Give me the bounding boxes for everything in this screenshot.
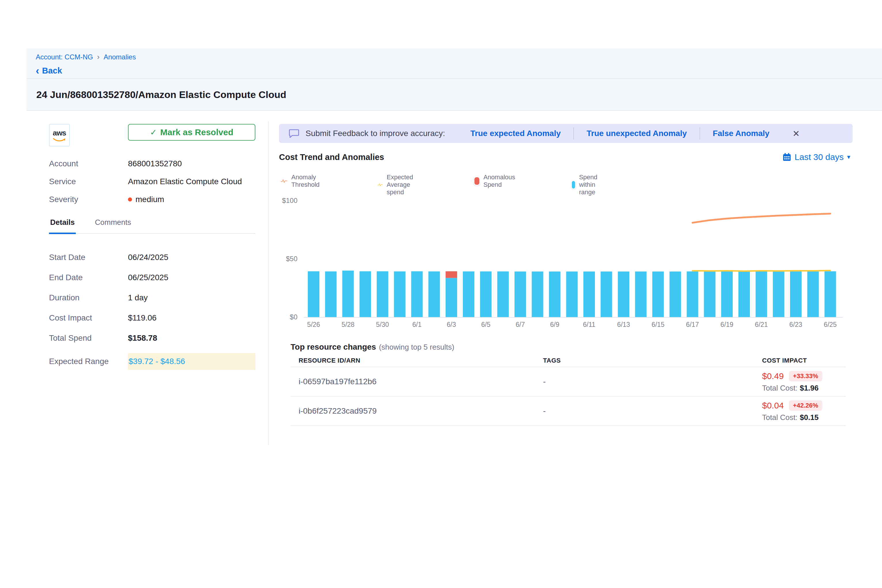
x-tick-6/11: 6/11 (583, 321, 595, 328)
cost-impact-value: $119.06 (128, 313, 156, 322)
bar-6/12[interactable] (601, 272, 612, 317)
detail-start-date: Start Date 06/24/2025 (49, 252, 255, 262)
resource-cost-impact: $0.04 +42.26% Total Cost:$0.15 (762, 400, 846, 422)
aws-logo-text: aws (53, 129, 66, 138)
x-tick-6/25: 6/25 (824, 321, 837, 328)
bar-6/7[interactable] (514, 272, 526, 317)
y-tick-50: $50 (273, 255, 297, 263)
date-range-selector[interactable]: Last 30 days ▾ (783, 152, 850, 162)
bar-6/9[interactable] (549, 272, 561, 317)
breadcrumb-anomalies-link[interactable]: Anomalies (104, 53, 136, 61)
back-button[interactable]: ‹ Back (36, 66, 882, 75)
legend-anomaly-threshold[interactable]: Anomaly Threshold (281, 174, 324, 189)
anomaly-detail-main: Submit Feedback to improve accuracy: Tru… (279, 124, 853, 162)
field-service-label: Service (49, 177, 128, 186)
feedback-close-icon[interactable]: ✕ (792, 129, 800, 139)
back-label: Back (42, 66, 62, 75)
total-cost-label: Total Cost: (762, 413, 798, 422)
cyan-square-icon (572, 181, 575, 189)
legend-label: Anomalous Spend (483, 174, 518, 189)
bar-6/15[interactable] (652, 272, 664, 317)
table-bottom-divider (291, 425, 846, 426)
pulse-line-icon (378, 181, 382, 189)
feedback-true-expected-button[interactable]: True expected Anomaly (458, 129, 573, 138)
x-tick-5/26: 5/26 (307, 321, 320, 328)
x-tick-5/30: 5/30 (376, 321, 389, 328)
breadcrumb-account-link[interactable]: Account: CCM-NG (36, 53, 93, 61)
feedback-prompt: Submit Feedback to improve accuracy: (306, 129, 445, 138)
bar-6/16[interactable] (670, 272, 681, 317)
legend-spend-within-range[interactable]: Spend within range (572, 174, 602, 196)
total-cost: Total Cost:$0.15 (762, 413, 846, 422)
tab-bar: Details Comments (49, 218, 255, 234)
tab-details[interactable]: Details (49, 218, 76, 234)
x-tick-6/23: 6/23 (789, 321, 802, 328)
bar-6/1[interactable] (411, 271, 423, 317)
bar-6/19[interactable] (721, 272, 733, 317)
bar-6/8[interactable] (532, 272, 543, 317)
chevron-down-icon: ▾ (847, 153, 850, 161)
chart-title: Cost Trend and Anomalies (279, 153, 384, 162)
bar-6/6[interactable] (497, 272, 509, 317)
bar-5/28[interactable] (342, 271, 354, 317)
bar-5/31[interactable] (394, 272, 405, 317)
resources-table: RESOURCE ID/ARN TAGS COST IMPACT i-06597… (291, 354, 846, 426)
x-tick-6/5: 6/5 (482, 321, 490, 328)
x-tick-6/9: 6/9 (550, 321, 560, 328)
legend-expected-average[interactable]: Expected Average spend (378, 174, 419, 196)
detail-cost-impact: Cost Impact $119.06 (49, 313, 255, 323)
bar-6/17[interactable] (687, 272, 698, 317)
bar-6/18[interactable] (704, 272, 716, 317)
summary-fields: Account 868001352780 Service Amazon Elas… (49, 159, 255, 204)
back-chevron-icon: ‹ (36, 67, 39, 75)
field-service-value: Amazon Elastic Compute Cloud (128, 177, 242, 186)
page-title: 24 Jun/868001352780/Amazon Elastic Compu… (27, 79, 882, 111)
bar-6/3[interactable] (446, 278, 457, 317)
feedback-false-anomaly-button[interactable]: False Anomaly (700, 129, 782, 138)
bar-6/14[interactable] (635, 272, 646, 317)
bar-6/2[interactable] (428, 272, 440, 317)
y-tick-100: $100 (273, 196, 297, 205)
bar-5/27[interactable] (325, 272, 337, 317)
bar-5/30[interactable] (377, 271, 388, 317)
resources-title-text: Top resource changes (291, 342, 376, 351)
resource-tags: - (543, 406, 762, 416)
mark-as-resolved-button[interactable]: ✓ Mark as Resolved (128, 124, 255, 141)
x-tick-6/21: 6/21 (755, 321, 768, 328)
expected-range-label: Expected Range (49, 357, 128, 366)
start-date-value: 06/24/2025 (128, 253, 168, 262)
legend-anomalous-spend[interactable]: Anomalous Spend (474, 174, 518, 189)
col-cost-impact: COST IMPACT (762, 357, 846, 364)
bar-6/11[interactable] (584, 272, 595, 317)
expected-range-highlight: $39.72 - $48.56 (128, 353, 255, 370)
bar-6/4[interactable] (463, 272, 474, 317)
aws-smile-icon (53, 138, 66, 142)
severity-value: medium (135, 195, 164, 204)
duration-value: 1 day (128, 293, 148, 302)
anomaly-detail-page: Account: CCM-NG › Anomalies ‹ Back 24 Ju… (0, 0, 882, 588)
anomaly-bar-6/3[interactable] (446, 271, 457, 278)
feedback-true-unexpected-button[interactable]: True unexpected Anomaly (574, 129, 699, 138)
bar-5/26[interactable] (308, 271, 320, 317)
bar-6/21[interactable] (756, 272, 767, 317)
bar-5/29[interactable] (359, 271, 371, 317)
bar-6/5[interactable] (480, 272, 492, 317)
field-severity-label: Severity (49, 195, 128, 204)
bar-6/13[interactable] (618, 272, 630, 317)
tab-comments[interactable]: Comments (94, 218, 132, 233)
total-cost-value: $0.15 (800, 413, 819, 422)
bar-6/20[interactable] (738, 272, 750, 317)
x-tick-6/13: 6/13 (617, 321, 630, 328)
start-date-label: Start Date (49, 253, 128, 262)
bar-6/24[interactable] (807, 272, 819, 317)
bar-6/10[interactable] (566, 272, 578, 317)
resource-cost-impact: $0.49 +33.33% Total Cost:$1.96 (762, 371, 846, 393)
bar-6/22[interactable] (773, 272, 784, 317)
impact-percent-badge: +33.33% (789, 371, 822, 381)
legend-label: Anomaly Threshold (291, 174, 324, 189)
field-account-label: Account (49, 159, 128, 168)
impact-percent-badge: +42.26% (789, 400, 822, 411)
bar-6/23[interactable] (790, 272, 802, 317)
bar-6/25[interactable] (825, 271, 836, 317)
calendar-icon (783, 153, 791, 161)
